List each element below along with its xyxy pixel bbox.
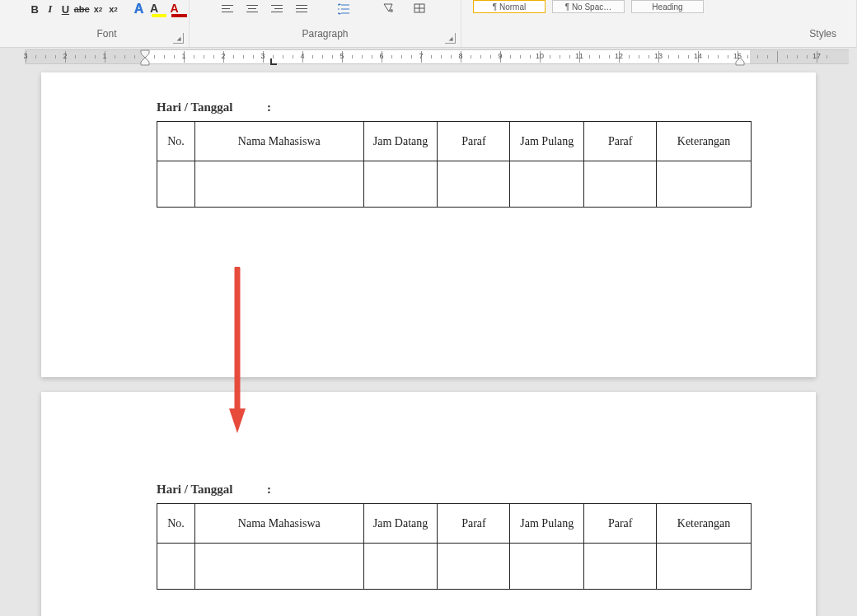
- table-1-header-row: No. Nama Mahasiswa Jam Datang Paraf Jam …: [157, 122, 752, 161]
- cell[interactable]: [584, 544, 657, 590]
- cell[interactable]: [657, 161, 752, 208]
- heading-2: Hari / Tanggal :: [157, 483, 750, 497]
- cell[interactable]: [194, 161, 363, 208]
- ruler-indent-marker[interactable]: [140, 49, 150, 66]
- th-jamplg[interactable]: Jam Pulang: [510, 504, 584, 544]
- th-jamdtg[interactable]: Jam Datang: [363, 504, 438, 544]
- heading-1-label: Hari / Tanggal: [157, 100, 233, 114]
- table-2[interactable]: No. Nama Mahasiswa Jam Datang Paraf Jam …: [157, 503, 752, 590]
- svg-point-0: [390, 9, 393, 12]
- shading-button[interactable]: [377, 2, 401, 16]
- th-no[interactable]: No.: [157, 504, 195, 544]
- ribbon-group-styles: ¶ Normal ¶ No Spac… Heading Styles: [461, 0, 857, 47]
- font-color-button[interactable]: A: [170, 2, 189, 16]
- heading-2-colon: :: [251, 483, 271, 497]
- paragraph-dialog-launcher[interactable]: [445, 33, 456, 44]
- th-ket[interactable]: Keterangan: [657, 122, 752, 161]
- borders-button[interactable]: [408, 2, 433, 16]
- th-paraf1[interactable]: Paraf: [438, 122, 510, 161]
- superscript-button[interactable]: x2: [106, 2, 120, 16]
- subscript-button[interactable]: x2: [91, 2, 105, 16]
- cell[interactable]: [438, 544, 510, 590]
- cell[interactable]: [510, 161, 584, 208]
- ribbon-group-font: B I U abc x2 x2 A A A Font: [0, 0, 190, 47]
- align-center-button[interactable]: [243, 2, 261, 16]
- font-dialog-launcher[interactable]: [173, 33, 184, 44]
- th-jamplg[interactable]: Jam Pulang: [510, 122, 584, 161]
- ribbon: B I U abc x2 x2 A A A Font: [0, 0, 857, 48]
- justify-button[interactable]: [293, 2, 311, 16]
- cell[interactable]: [157, 544, 195, 590]
- cell[interactable]: [157, 161, 195, 208]
- horizontal-ruler[interactable]: 32112345678910111213141517: [25, 49, 849, 64]
- ribbon-group-paragraph: Paragraph: [190, 0, 461, 47]
- line-spacing-button[interactable]: [332, 2, 357, 16]
- paragraph-group-label: Paragraph: [190, 16, 461, 43]
- align-right-button[interactable]: [268, 2, 286, 16]
- svg-marker-4: [141, 50, 149, 58]
- style-normal[interactable]: ¶ Normal: [473, 0, 546, 13]
- style-heading[interactable]: Heading: [631, 0, 704, 13]
- th-paraf2[interactable]: Paraf: [584, 122, 657, 161]
- cell[interactable]: [363, 161, 438, 208]
- table-2-header-row: No. Nama Mahasiswa Jam Datang Paraf Jam …: [157, 504, 752, 544]
- th-ket[interactable]: Keterangan: [657, 504, 752, 544]
- cell[interactable]: [510, 544, 584, 590]
- font-format-row: B I U abc x2 x2 A A A: [25, 0, 189, 16]
- font-group-label: Font: [25, 16, 189, 43]
- styles-group-label: Styles: [461, 16, 856, 43]
- heading-1-colon: :: [251, 100, 271, 114]
- highlight-button[interactable]: A: [150, 2, 169, 16]
- ruler-area: 32112345678910111213141517: [0, 48, 857, 66]
- th-nama[interactable]: Nama Mahasiswa: [194, 504, 363, 544]
- underline-button[interactable]: U: [59, 2, 73, 16]
- styles-gallery: ¶ Normal ¶ No Spac… Heading: [461, 0, 856, 16]
- table-2-row-1[interactable]: [157, 544, 752, 590]
- th-jamdtg[interactable]: Jam Datang: [363, 122, 438, 161]
- italic-button[interactable]: I: [44, 2, 58, 16]
- align-left-button[interactable]: [218, 2, 236, 16]
- table-1[interactable]: No. Nama Mahasiswa Jam Datang Paraf Jam …: [157, 121, 752, 208]
- strikethrough-button[interactable]: abc: [74, 2, 90, 16]
- ruler-right-indent-marker[interactable]: [735, 49, 745, 66]
- paragraph-format-row: [190, 0, 461, 16]
- ruler-tab-stop[interactable]: [270, 58, 279, 66]
- cell[interactable]: [657, 544, 752, 590]
- style-nospacing[interactable]: ¶ No Spac…: [552, 0, 625, 13]
- svg-marker-6: [736, 58, 744, 65]
- th-no[interactable]: No.: [157, 122, 195, 161]
- text-effects-button[interactable]: A: [129, 2, 148, 16]
- heading-2-label: Hari / Tanggal: [157, 483, 233, 496]
- th-nama[interactable]: Nama Mahasiswa: [194, 122, 363, 161]
- bold-button[interactable]: B: [28, 2, 42, 16]
- cell[interactable]: [194, 544, 363, 590]
- page-1[interactable]: Hari / Tanggal : No. Nama Mahasiswa Jam …: [41, 72, 816, 377]
- cell[interactable]: [438, 161, 510, 208]
- heading-1: Hari / Tanggal :: [157, 100, 750, 114]
- th-paraf2[interactable]: Paraf: [584, 504, 657, 544]
- svg-marker-5: [141, 58, 149, 65]
- th-paraf1[interactable]: Paraf: [438, 504, 510, 544]
- cell[interactable]: [584, 161, 657, 208]
- table-1-row-1[interactable]: [157, 161, 752, 208]
- document-area[interactable]: Hari / Tanggal : No. Nama Mahasiswa Jam …: [0, 66, 857, 616]
- cell[interactable]: [363, 544, 438, 590]
- page-2[interactable]: Hari / Tanggal : No. Nama Mahasiswa Jam …: [41, 392, 816, 616]
